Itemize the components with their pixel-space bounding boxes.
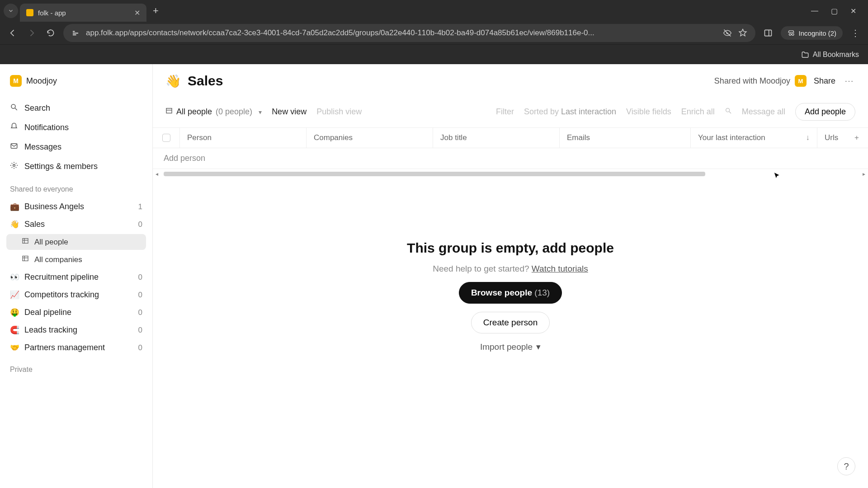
nav-notifications-label: Notifications [24,123,69,132]
group-business-angels[interactable]: 💼 Business Angels 1 [6,199,146,215]
group-emoji: 🧲 [10,325,20,335]
svg-point-8 [13,164,15,167]
nav-search[interactable]: Search [6,99,146,117]
column-job-title[interactable]: Job title [433,128,560,148]
chevron-down-icon [8,8,14,14]
subview-all-people[interactable]: All people [6,234,146,250]
group-leads-tracking[interactable]: 🧲 Leads tracking 0 [6,322,146,338]
tab-favicon-icon [26,9,33,16]
column-last-interaction[interactable]: Your last interaction ↓ [691,128,817,148]
subview-label: All people [34,238,68,247]
subview-all-companies[interactable]: All companies [6,252,146,267]
search-table-button[interactable] [725,107,732,117]
chevron-down-icon: ▾ [259,108,262,116]
eye-off-icon[interactable] [723,28,732,38]
table-header-row: Person Companies Job title Emails Your l… [153,127,868,148]
group-recruitment[interactable]: 👀 Recruitment pipeline 0 [6,269,146,285]
visible-fields-button[interactable]: Visible fields [626,107,671,117]
table-icon [165,107,173,117]
close-tab-button[interactable]: ✕ [134,9,140,17]
column-companies[interactable]: Companies [307,128,433,148]
arrow-left-icon [8,28,17,38]
share-button[interactable]: Share [814,76,835,86]
empty-help-prefix: Need help to get started? [433,264,532,273]
all-bookmarks-label: All Bookmarks [813,51,859,59]
site-info-icon[interactable] [71,29,80,37]
column-emails[interactable]: Emails [560,128,691,148]
enrich-all-button[interactable]: Enrich all [681,107,715,117]
group-deal-pipeline[interactable]: 🤑 Deal pipeline 0 [6,305,146,320]
publish-view-button[interactable]: Publish view [316,107,362,117]
bookmark-bar: All Bookmarks [0,44,868,64]
gear-icon [10,161,19,172]
view-count: (0 people) [216,107,252,117]
help-fab-button[interactable]: ? [837,457,855,475]
svg-rect-1 [73,33,78,33]
group-emoji: 🤑 [10,308,20,317]
add-column-button[interactable]: + [854,133,859,142]
group-sales[interactable]: 👋 Sales 0 [6,216,146,232]
back-button[interactable] [6,27,19,39]
group-count: 0 [138,291,142,300]
all-bookmarks-button[interactable]: All Bookmarks [801,51,859,59]
shared-with-indicator[interactable]: Shared with Moodjoy M [714,75,807,87]
workspace-switcher[interactable]: M Moodjoy [6,72,146,89]
new-view-button[interactable]: New view [272,107,307,117]
incognito-indicator[interactable]: Incognito (2) [781,26,843,40]
browser-menu-button[interactable]: ⋮ [849,27,862,39]
add-person-input[interactable]: Add person [153,148,868,169]
maximize-button[interactable]: ▢ [831,7,838,15]
message-all-button[interactable]: Message all [742,107,785,117]
close-window-button[interactable]: ✕ [850,7,856,15]
minimize-button[interactable]: ― [811,7,818,15]
watch-tutorials-link[interactable]: Watch tutorials [532,264,588,273]
forward-button[interactable] [25,27,38,39]
folder-icon [801,51,809,59]
side-panel-button[interactable] [762,27,774,39]
new-tab-button[interactable]: + [148,5,163,17]
scrollbar-thumb[interactable] [164,172,705,176]
group-emoji: 💼 [10,202,20,211]
import-people-button[interactable]: Import people ▾ [480,342,541,352]
group-name: Partners management [24,343,105,352]
search-icon [725,107,732,114]
select-all-checkbox[interactable] [153,128,180,148]
message-icon [10,142,19,152]
group-competitors[interactable]: 📈 Competitors tracking 0 [6,287,146,303]
group-count: 0 [138,308,142,317]
url-text: app.folk.app/apps/contacts/network/ccaa7… [86,28,717,38]
group-partners[interactable]: 🤝 Partners management 0 [6,340,146,356]
bell-icon [10,122,19,133]
column-urls[interactable]: Urls + [817,128,868,148]
app-root: M Moodjoy Search Notifications Messages [0,64,868,488]
view-selector[interactable]: All people (0 people) ▾ [165,107,262,117]
tabs-dropdown-button[interactable] [4,4,18,18]
group-emoji: 👀 [10,272,20,282]
add-people-button[interactable]: Add people [795,103,855,121]
panel-icon [764,28,773,38]
more-menu-button[interactable]: ⋯ [843,75,855,86]
browser-tab[interactable]: folk - app ✕ [20,4,146,22]
view-toolbar: All people (0 people) ▾ New view Publish… [153,98,868,127]
column-person[interactable]: Person [180,128,307,148]
create-person-button[interactable]: Create person [471,312,550,333]
horizontal-scrollbar[interactable]: ◂ ▸ [153,171,868,177]
nav-messages[interactable]: Messages [6,138,146,156]
browse-people-button[interactable]: Browse people (13) [459,282,562,304]
group-count: 0 [138,326,142,335]
nav-settings[interactable]: Settings & members [6,158,146,175]
arrow-right-icon [27,28,36,38]
workspace-name: Moodjoy [26,76,57,86]
group-count: 0 [138,343,142,352]
shared-with-label: Shared with Moodjoy [714,76,790,86]
sort-field: Last interaction [561,107,616,116]
url-bar[interactable]: app.folk.app/apps/contacts/network/ccaa7… [63,24,755,42]
nav-notifications[interactable]: Notifications [6,119,146,136]
sort-button[interactable]: Sorted by Last interaction [524,107,616,117]
star-icon[interactable] [738,28,747,38]
sidebar: M Moodjoy Search Notifications Messages [0,64,153,488]
reload-button[interactable] [44,27,57,39]
filter-button[interactable]: Filter [496,107,514,117]
table-icon [22,255,30,264]
reload-icon [46,28,55,38]
